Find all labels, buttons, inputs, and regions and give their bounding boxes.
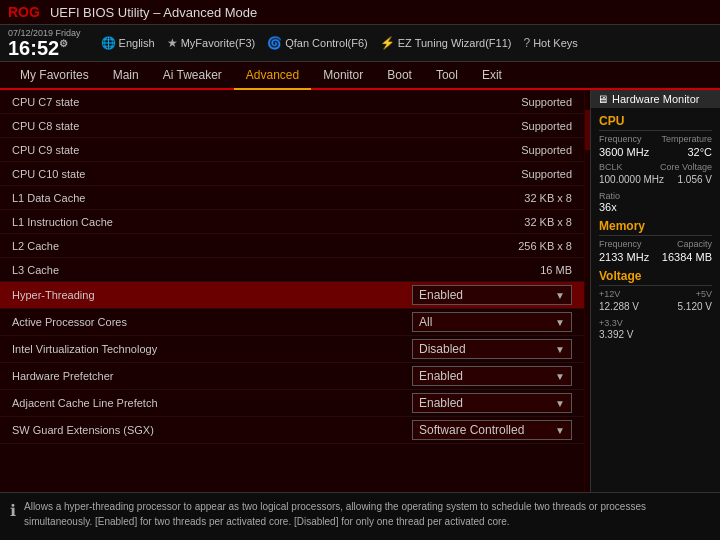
- dropdown-13[interactable]: Software Controlled▼: [412, 420, 572, 440]
- nav-my-favorites[interactable]: My Favorites: [8, 62, 101, 88]
- corevolt-value: 1.056 V: [678, 174, 712, 185]
- info-icons: 🌐 English ★ MyFavorite(F3) 🌀 Qfan Contro…: [101, 36, 712, 50]
- nav-tool[interactable]: Tool: [424, 62, 470, 88]
- content-area: CPU C7 stateSupportedCPU C8 stateSupport…: [0, 90, 584, 492]
- row-value-7: 16 MB: [452, 264, 572, 276]
- row-label-0: CPU C7 state: [12, 96, 452, 108]
- bios-row-0: CPU C7 stateSupported: [0, 90, 584, 114]
- chevron-down-icon: ▼: [555, 398, 565, 409]
- time-display: 16:52⚙: [8, 38, 81, 58]
- row-value-3: Supported: [452, 168, 572, 180]
- row-label-10: Intel Virtualization Technology: [12, 343, 412, 355]
- main-layout: CPU C7 stateSupportedCPU C8 stateSupport…: [0, 90, 720, 492]
- cpu-freq-value: 3600 MHz: [599, 146, 649, 158]
- bios-row-3: CPU C10 stateSupported: [0, 162, 584, 186]
- cpu-freq-row: Frequency Temperature: [599, 134, 712, 144]
- nav-boot[interactable]: Boot: [375, 62, 424, 88]
- v12-v5-labels: +12V +5V: [599, 289, 712, 299]
- ratio-row-label: Ratio: [599, 189, 712, 201]
- help-icon: ?: [523, 36, 530, 50]
- chevron-down-icon: ▼: [555, 425, 565, 436]
- ratio-value: 36x: [599, 201, 617, 213]
- ratio-label: Ratio: [599, 191, 620, 201]
- bios-row-1: CPU C8 stateSupported: [0, 114, 584, 138]
- qfan-label: Qfan Control(F6): [285, 37, 368, 49]
- cpu-freq-value-row: 3600 MHz 32°C: [599, 146, 712, 158]
- row-label-8: Hyper-Threading: [12, 289, 412, 301]
- bios-row-13[interactable]: SW Guard Extensions (SGX)Software Contro…: [0, 417, 584, 444]
- bios-row-12[interactable]: Adjacent Cache Line PrefetchEnabled▼: [0, 390, 584, 417]
- bclk-row-values: 100.0000 MHz 1.056 V: [599, 174, 712, 185]
- bclk-value: 100.0000 MHz: [599, 174, 664, 185]
- cpu-freq-label: Frequency: [599, 134, 642, 144]
- bios-row-2: CPU C9 stateSupported: [0, 138, 584, 162]
- nav-exit[interactable]: Exit: [470, 62, 514, 88]
- info-box: ℹ Allows a hyper-threading processor to …: [0, 492, 720, 540]
- info-bar: 07/12/2019 Friday 16:52⚙ 🌐 English ★ MyF…: [0, 25, 720, 62]
- row-label-2: CPU C9 state: [12, 144, 452, 156]
- corevolt-label: Core Voltage: [660, 162, 712, 172]
- v5-label: +5V: [696, 289, 712, 299]
- rog-logo: ROG: [8, 4, 40, 20]
- dropdown-value-13: Software Controlled: [419, 423, 524, 437]
- row-value-2: Supported: [452, 144, 572, 156]
- bios-row-4: L1 Data Cache32 KB x 8: [0, 186, 584, 210]
- bios-row-10[interactable]: Intel Virtualization TechnologyDisabled▼: [0, 336, 584, 363]
- ez-tuning-label: EZ Tuning Wizard(F11): [398, 37, 512, 49]
- v12-v5-values: 12.288 V 5.120 V: [599, 301, 712, 312]
- row-value-0: Supported: [452, 96, 572, 108]
- monitor-icon: 🖥: [597, 93, 608, 105]
- nav-monitor[interactable]: Monitor: [311, 62, 375, 88]
- chevron-down-icon: ▼: [555, 371, 565, 382]
- v5-value: 5.120 V: [678, 301, 712, 312]
- info-icon: ℹ: [10, 501, 16, 540]
- bios-row-8[interactable]: Hyper-ThreadingEnabled▼: [0, 282, 584, 309]
- hw-monitor-title: 🖥 Hardware Monitor: [591, 90, 720, 108]
- datetime-block: 07/12/2019 Friday 16:52⚙: [8, 28, 81, 58]
- voltage-section-title: Voltage: [599, 269, 712, 286]
- dropdown-8[interactable]: Enabled▼: [412, 285, 572, 305]
- bios-row-11[interactable]: Hardware PrefetcherEnabled▼: [0, 363, 584, 390]
- chevron-down-icon: ▼: [555, 344, 565, 355]
- mem-cap-value: 16384 MB: [662, 251, 712, 263]
- bios-row-5: L1 Instruction Cache32 KB x 8: [0, 210, 584, 234]
- v33-label: +3.3V: [599, 318, 623, 328]
- dropdown-value-11: Enabled: [419, 369, 463, 383]
- dropdown-10[interactable]: Disabled▼: [412, 339, 572, 359]
- v33-value-row: 3.392 V: [599, 328, 712, 340]
- bios-row-9[interactable]: Active Processor CoresAll▼: [0, 309, 584, 336]
- dropdown-9[interactable]: All▼: [412, 312, 572, 332]
- cpu-section-title: CPU: [599, 114, 712, 131]
- cpu-temp-label: Temperature: [661, 134, 712, 144]
- row-label-6: L2 Cache: [12, 240, 452, 252]
- language-selector[interactable]: 🌐 English: [101, 36, 155, 50]
- memory-section-title: Memory: [599, 219, 712, 236]
- myfavorite-btn[interactable]: ★ MyFavorite(F3): [167, 36, 256, 50]
- dropdown-value-9: All: [419, 315, 432, 329]
- row-label-4: L1 Data Cache: [12, 192, 452, 204]
- row-value-6: 256 KB x 8: [452, 240, 572, 252]
- language-label: English: [119, 37, 155, 49]
- qfan-btn[interactable]: 🌀 Qfan Control(F6): [267, 36, 368, 50]
- row-label-1: CPU C8 state: [12, 120, 452, 132]
- nav-main[interactable]: Main: [101, 62, 151, 88]
- nav-advanced[interactable]: Advanced: [234, 62, 311, 90]
- hotkeys-btn[interactable]: ? Hot Keys: [523, 36, 577, 50]
- fan-icon: 🌀: [267, 36, 282, 50]
- row-value-1: Supported: [452, 120, 572, 132]
- ez-tuning-btn[interactable]: ⚡ EZ Tuning Wizard(F11): [380, 36, 512, 50]
- bclk-label: BCLK: [599, 162, 623, 172]
- nav-ai-tweaker[interactable]: Ai Tweaker: [151, 62, 234, 88]
- dropdown-12[interactable]: Enabled▼: [412, 393, 572, 413]
- nav-bar: My Favorites Main Ai Tweaker Advanced Mo…: [0, 62, 720, 90]
- row-label-3: CPU C10 state: [12, 168, 452, 180]
- dropdown-value-8: Enabled: [419, 288, 463, 302]
- dropdown-11[interactable]: Enabled▼: [412, 366, 572, 386]
- cpu-temp-value: 32°C: [687, 146, 712, 158]
- row-value-4: 32 KB x 8: [452, 192, 572, 204]
- dropdown-value-10: Disabled: [419, 342, 466, 356]
- globe-icon: 🌐: [101, 36, 116, 50]
- bclk-row-labels: BCLK Core Voltage: [599, 162, 712, 172]
- mem-freq-value: 2133 MHz: [599, 251, 649, 263]
- v33-label-row: +3.3V: [599, 316, 712, 328]
